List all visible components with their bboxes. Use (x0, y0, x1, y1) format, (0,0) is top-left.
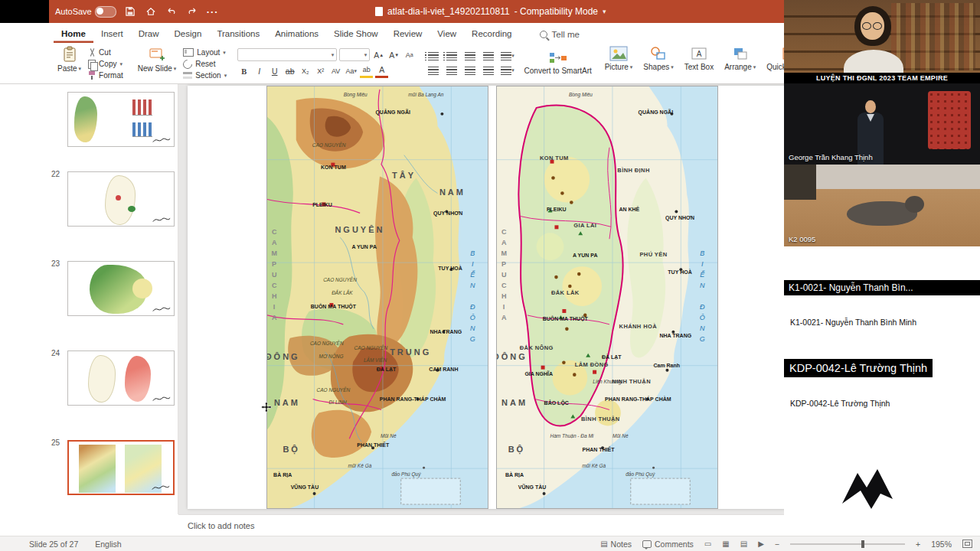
slide-thumbnail[interactable]: 24 (0, 349, 178, 410)
bold-button[interactable]: B (237, 66, 250, 77)
zoom-out-button[interactable]: − (775, 540, 779, 549)
format-painter-button[interactable]: Format (88, 70, 123, 81)
underline-button[interactable]: U (268, 66, 281, 77)
cut-button[interactable]: Cut (88, 47, 123, 58)
section-button[interactable]: Section▾ (183, 70, 227, 81)
decrease-font-button[interactable]: A▼ (387, 49, 400, 60)
increase-font-button[interactable]: A▲ (372, 49, 385, 60)
slide-thumbnail-preview[interactable] (67, 350, 175, 406)
tab-home[interactable]: Home (54, 25, 93, 43)
reading-view-button[interactable]: ▤ (740, 540, 747, 548)
screen: AutoSave ··· atlat-dia-li-viet_149202110… (0, 0, 980, 551)
zoom-in-button[interactable]: + (916, 540, 920, 549)
justify-button[interactable] (482, 65, 495, 77)
subscript-button[interactable]: X₂ (299, 66, 312, 77)
participant-head (865, 100, 876, 113)
language-indicator[interactable]: English (95, 540, 121, 549)
shapes-button[interactable]: Shapes▾ (639, 45, 677, 72)
numbering-button[interactable] (445, 51, 458, 62)
video-tile-participant-2[interactable]: K2 0095 (784, 165, 980, 246)
line-spacing-button[interactable]: ▾ (500, 51, 515, 62)
font-color-button[interactable]: A (375, 64, 388, 78)
picture-button[interactable]: Picture▾ (601, 45, 637, 72)
bullets-button[interactable] (426, 51, 439, 62)
change-case-button[interactable]: Aa▾ (345, 66, 358, 77)
video-tile-participant-1[interactable]: George Trần Khang Thịnh (784, 83, 980, 165)
superscript-button[interactable]: X² (314, 66, 327, 77)
tab-view[interactable]: View (430, 25, 464, 43)
undo-button[interactable] (165, 5, 178, 18)
copy-icon (88, 60, 96, 69)
tab-insert[interactable]: Insert (93, 25, 131, 43)
tab-slide-show[interactable]: Slide Show (326, 25, 386, 43)
slide-thumbnail[interactable]: 25 (0, 439, 178, 500)
video-tile-presenter[interactable] (784, 0, 980, 73)
decrease-indent-button[interactable] (463, 51, 476, 62)
map-physical[interactable]: Bồng Miêumũi Ba Lang AnQUẢNG NGÃICAO NGU… (266, 86, 488, 509)
text-box-button[interactable]: A Text Box (681, 45, 717, 72)
team-banner: LUYỆN THI ĐGNL 2023 TEAM EMPIRE (784, 73, 980, 83)
italic-button[interactable]: I (253, 66, 266, 77)
slide-thumbnail[interactable]: 22 (0, 170, 178, 231)
tab-review[interactable]: Review (386, 25, 430, 43)
clear-formatting-button[interactable]: Aa (403, 49, 416, 60)
slideshow-button[interactable]: ▶ (758, 540, 764, 548)
normal-view-button[interactable]: ▭ (704, 540, 711, 548)
slide-thumbnail-preview[interactable] (67, 171, 175, 227)
save-button[interactable] (123, 5, 137, 18)
arrange-button[interactable]: Arrange▾ (720, 45, 760, 72)
slide-thumbnail[interactable]: 23 (0, 259, 178, 321)
notes-pane[interactable]: Click to add notes (178, 514, 789, 536)
slide-thumbnail[interactable] (0, 90, 178, 152)
new-slide-button[interactable]: New Slide▾ (134, 45, 181, 73)
home-button[interactable] (144, 5, 158, 18)
signature-scribble (152, 135, 172, 145)
caret-down-icon: ▾ (354, 68, 357, 74)
participant-name-overlay: George Trần Khang Thịnh (789, 153, 873, 161)
align-right-button[interactable] (463, 65, 476, 77)
clipboard-group: Paste▾ Cut Copy▾ Format (54, 45, 123, 81)
highlight-button[interactable]: ab (360, 64, 373, 78)
map-economic[interactable]: Bồng MiêuQUẢNG NGÃIKON TUMBÌNH ĐỊNHAN KH… (496, 86, 718, 509)
align-left-button[interactable] (426, 65, 439, 77)
tab-design[interactable]: Design (167, 25, 210, 43)
tab-animations[interactable]: Animations (267, 25, 326, 43)
layout-button[interactable]: Layout▾ (183, 47, 227, 58)
convert-to-smartart-button[interactable]: Convert to SmartArt (526, 45, 590, 81)
copy-button[interactable]: Copy▾ (88, 58, 123, 70)
font-size-combo[interactable]: ▾ (339, 48, 370, 61)
ribbon-tab-bar: HomeInsertDrawDesignTransitionsAnimation… (0, 23, 784, 43)
caret-down-icon: ▾ (603, 8, 606, 15)
columns-button[interactable]: ▾ (500, 65, 515, 77)
caret-down-icon: ▾ (332, 52, 335, 58)
redo-button[interactable] (185, 5, 199, 18)
zoom-slider[interactable] (790, 543, 905, 545)
strikethrough-button[interactable]: ab (283, 66, 296, 77)
slide-thumbnail-preview[interactable] (67, 92, 175, 147)
fit-slide-button[interactable] (962, 540, 972, 548)
slide-thumbnail-preview[interactable] (67, 440, 175, 495)
more-commands-button[interactable]: ··· (206, 5, 220, 18)
zoom-slider-handle[interactable] (861, 540, 864, 548)
slide-thumbnail-preview[interactable] (67, 261, 175, 316)
autosave-toggle[interactable]: AutoSave (55, 6, 116, 18)
quick-styles-button[interactable]: A Quick Styles▾ (763, 45, 784, 72)
comments-icon (642, 540, 652, 548)
tab-transitions[interactable]: Transitions (209, 25, 267, 43)
tab-recording[interactable]: Recording (464, 25, 519, 43)
reset-button[interactable]: Reset (183, 58, 227, 70)
slide-canvas[interactable]: Bồng Miêumũi Ba Lang AnQUẢNG NGÃICAO NGU… (188, 86, 789, 509)
font-name-combo[interactable]: ▾ (237, 48, 337, 61)
paste-button[interactable]: Paste▾ (54, 45, 85, 73)
zoom-level[interactable]: 195% (931, 540, 952, 549)
increase-indent-icon (483, 52, 494, 60)
slide-sorter-button[interactable]: ▦ (722, 540, 729, 548)
signature-scribble (151, 483, 171, 492)
comments-toggle[interactable]: Comments (642, 540, 694, 549)
increase-indent-button[interactable] (482, 51, 495, 62)
notes-toggle[interactable]: ▤ Notes (600, 540, 632, 549)
character-spacing-button[interactable]: AV (329, 66, 342, 77)
tab-draw[interactable]: Draw (131, 25, 167, 43)
align-center-button[interactable] (445, 65, 458, 77)
tell-me-button[interactable]: Tell me (540, 30, 580, 43)
